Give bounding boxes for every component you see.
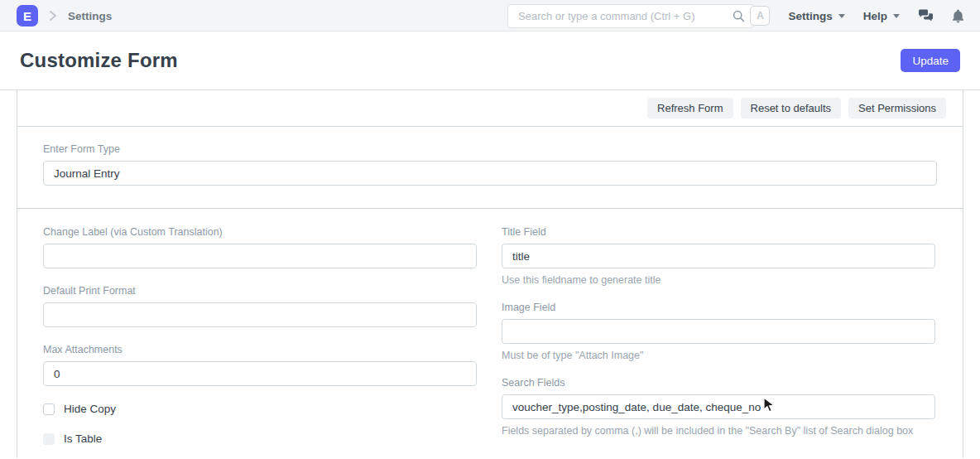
form-main-section: Change Label (via Custom Translation) De… [17,209,963,459]
title-field-field: Title Field Use this fieldname to genera… [502,226,935,286]
chevron-right-icon [49,10,57,22]
default-print-format-label: Default Print Format [43,285,477,297]
form-container: Refresh Form Reset to defaults Set Permi… [17,90,963,458]
help-dropdown-label: Help [863,10,887,22]
image-field-field: Image Field Must be of type "Attach Imag… [502,302,935,361]
navbar-left: E Settings [17,0,112,31]
is-table-label: Is Table [64,432,102,445]
hide-copy-label[interactable]: Hide Copy [64,403,116,415]
form-type-field: Enter Form Type [43,143,937,186]
update-button[interactable]: Update [901,49,960,72]
settings-dropdown-label: Settings [788,10,832,22]
search-fields-field: Search Fields Fields separated by comma … [502,377,935,437]
max-attachments-input[interactable] [43,361,477,386]
search-fields-help: Fields separated by comma (,) will be in… [502,425,935,437]
app-logo-letter: E [23,9,31,23]
max-attachments-field: Max Attachments [43,344,477,386]
hide-copy-row: Hide Copy [43,403,477,415]
change-label-input[interactable] [43,244,477,268]
title-field-input[interactable] [502,244,935,268]
default-print-format-input[interactable] [43,302,477,327]
chevron-down-icon [893,14,900,18]
page-head: Customize Form Update [0,31,980,90]
form-type-input[interactable] [43,161,937,186]
left-column: Change Label (via Custom Translation) De… [43,226,477,459]
is-table-checkbox [43,433,55,445]
avatar-letter: A [757,10,764,22]
form-type-label: Enter Form Type [43,143,937,155]
chat-icon[interactable] [918,9,934,22]
image-field-label: Image Field [502,302,935,313]
search-fields-input[interactable] [502,394,935,419]
navbar: E Settings A Settings Help [0,0,980,31]
image-field-help: Must be of type "Attach Image" [502,350,935,361]
search-input[interactable] [508,5,733,27]
is-table-row: Is Table [43,432,477,445]
right-column: Title Field Use this fieldname to genera… [502,226,935,459]
change-label-field: Change Label (via Custom Translation) [43,226,477,268]
title-field-help: Use this fieldname to generate title [502,274,935,286]
avatar[interactable]: A [750,6,770,26]
hide-copy-checkbox[interactable] [43,403,55,415]
title-field-label: Title Field [502,226,935,238]
change-label-label: Change Label (via Custom Translation) [43,226,477,238]
image-field-input[interactable] [502,319,935,344]
default-print-format-field: Default Print Format [43,285,477,327]
max-attachments-label: Max Attachments [43,344,477,355]
global-search [507,4,754,28]
form-type-section: Enter Form Type [17,127,963,209]
help-dropdown[interactable]: Help [863,10,900,22]
chevron-down-icon [838,14,845,18]
app-logo[interactable]: E [17,5,38,27]
set-permissions-button[interactable]: Set Permissions [848,98,946,118]
reset-to-defaults-button[interactable]: Reset to defaults [741,98,842,118]
bell-icon[interactable] [952,9,964,23]
refresh-form-button[interactable]: Refresh Form [647,98,733,118]
settings-dropdown[interactable]: Settings [788,10,844,22]
breadcrumb-settings[interactable]: Settings [68,10,112,22]
page-title: Customize Form [20,49,178,72]
form-toolbar: Refresh Form Reset to defaults Set Permi… [17,90,963,127]
navbar-right: A Settings Help [750,0,964,31]
search-fields-label: Search Fields [502,377,935,389]
